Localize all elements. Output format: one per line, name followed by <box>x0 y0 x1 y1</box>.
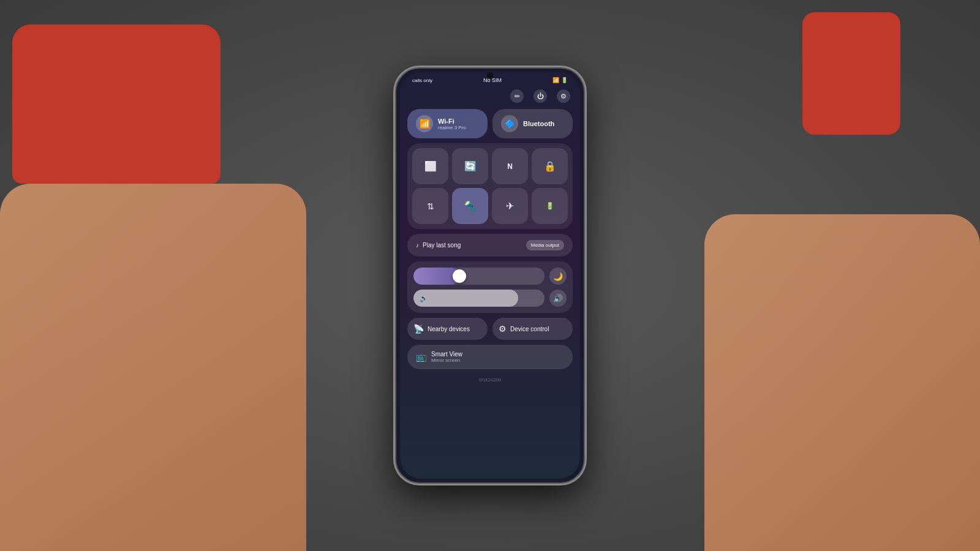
volume-row: 🔉 🔊 <box>413 290 567 307</box>
nfc-btn[interactable]: N <box>492 148 528 184</box>
volume-slider[interactable]: 🔉 <box>413 290 545 307</box>
signal-icon: 📶 <box>552 77 559 83</box>
wifi-icon: 📶 <box>416 115 433 132</box>
volume-fill <box>413 290 518 307</box>
smart-view-subtitle: Mirror screen <box>431 358 462 363</box>
status-carrier: calls only <box>412 78 432 83</box>
carrier-text: calls only <box>412 78 432 83</box>
smart-view-tile[interactable]: 📺 Smart View Mirror screen <box>407 345 573 369</box>
phone-screen: calls only No SIM 📶 🔋 ✏ ⏻ ⚙ 📶 Wi-Fi <box>400 72 580 479</box>
bluetooth-tile[interactable]: 🔷 Bluetooth <box>492 109 573 138</box>
bluetooth-tile-text: Bluetooth <box>523 120 554 127</box>
red-scooter-decoration <box>802 12 900 135</box>
wifi-tile-text: Wi-Fi realme 3 Pro <box>438 118 466 130</box>
volume-icon-inline: 🔉 <box>420 294 428 302</box>
smart-view-icon: 📺 <box>416 352 426 362</box>
smart-view-text: Smart View Mirror screen <box>431 351 462 363</box>
bluetooth-icon: 🔷 <box>501 115 518 132</box>
pencil-button[interactable]: ✏ <box>510 89 524 103</box>
nearby-devices-tile[interactable]: 📡 Nearby devices <box>407 318 488 340</box>
device-control-icon: ⚙ <box>499 324 507 334</box>
toggle-grid: ⬜ 🔄 N 🔒 ⇅ 🔦 ✈ 🔋 <box>407 143 573 229</box>
left-hand <box>0 184 306 551</box>
brightness-thumb[interactable] <box>453 269 466 283</box>
right-hand <box>704 214 980 551</box>
music-icon: ♪ <box>416 242 419 249</box>
model-text: W1K2420M <box>400 375 580 383</box>
dark-mode-button[interactable]: 🌙 <box>549 268 567 285</box>
phone-device: calls only No SIM 📶 🔋 ✏ ⏻ ⚙ 📶 Wi-Fi <box>395 67 585 484</box>
torch-btn[interactable]: 🔦 <box>452 188 488 224</box>
red-car-decoration <box>12 24 221 184</box>
data-btn[interactable]: ⇅ <box>412 188 448 224</box>
media-text: Play last song <box>423 242 461 249</box>
camera-notch <box>487 72 493 78</box>
wifi-tile[interactable]: 📶 Wi-Fi realme 3 Pro <box>407 109 488 138</box>
media-left-section: ♪ Play last song <box>416 242 461 249</box>
screen-capture-btn[interactable]: ⬜ <box>412 148 448 184</box>
airplane-btn[interactable]: ✈ <box>492 188 528 224</box>
sliders-area: 🌙 🔉 🔊 <box>407 261 573 313</box>
battery-icon: 🔋 <box>561 77 568 83</box>
wifi-subtitle: realme 3 Pro <box>438 125 466 130</box>
nearby-devices-label: Nearby devices <box>428 326 470 332</box>
top-action-icons: ✏ ⏻ ⚙ <box>407 89 573 103</box>
media-output-button[interactable]: Media output <box>526 240 564 250</box>
brightness-slider[interactable] <box>413 268 545 285</box>
device-control-label: Device control <box>510 326 549 332</box>
lock-btn[interactable]: 🔒 <box>532 148 568 184</box>
power-button[interactable]: ⏻ <box>533 89 547 103</box>
volume-button[interactable]: 🔊 <box>549 290 567 307</box>
bluetooth-title: Bluetooth <box>523 120 554 127</box>
battery-saver-btn[interactable]: 🔋 <box>532 188 568 224</box>
smart-view-title: Smart View <box>431 351 462 358</box>
settings-button[interactable]: ⚙ <box>557 89 570 103</box>
status-icons: 📶 🔋 <box>552 77 568 83</box>
device-control-tile[interactable]: ⚙ Device control <box>492 318 573 340</box>
rotate-btn[interactable]: 🔄 <box>452 148 488 184</box>
bottom-tiles-row: 📡 Nearby devices ⚙ Device control <box>407 318 573 340</box>
connectivity-row: 📶 Wi-Fi realme 3 Pro 🔷 Bluetooth <box>407 109 573 138</box>
brightness-row: 🌙 <box>413 268 567 285</box>
media-player-tile[interactable]: ♪ Play last song Media output <box>407 234 573 257</box>
quick-settings-panel: ✏ ⏻ ⚙ 📶 Wi-Fi realme 3 Pro 🔷 Bluetooth <box>400 86 580 375</box>
status-sim: No SIM <box>483 77 502 83</box>
nearby-devices-icon: 📡 <box>413 324 424 334</box>
wifi-title: Wi-Fi <box>438 118 466 125</box>
